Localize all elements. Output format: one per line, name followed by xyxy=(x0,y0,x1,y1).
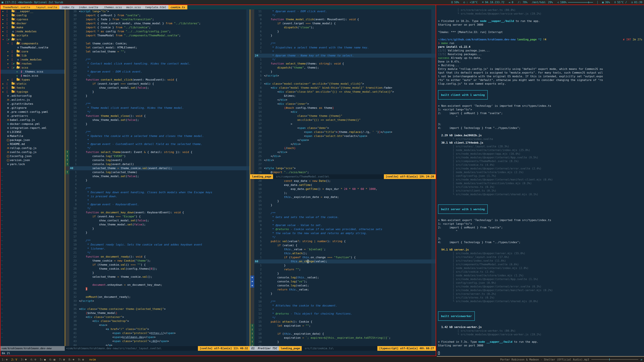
code-line[interactable]: 12 show_theme_modal.set(false); xyxy=(65,118,250,122)
chevron-right-icon[interactable]: ▸ xyxy=(2,82,6,86)
code-line[interactable]: 13 {#each config.themes as theme} xyxy=(250,106,436,110)
code-line[interactable]: 10 */ xyxy=(65,206,250,211)
code-line[interactable]: 9 * @param value - Value to set. xyxy=(250,223,436,227)
code-line[interactable]: +4 console.log(this._value); xyxy=(250,276,436,280)
terminal-pane[interactable]: │ src/core/service-worker.ts (80.8%) └ s… xyxy=(437,5,644,357)
buffer-tab-index.svelte[interactable]: index.svelte xyxy=(77,6,100,9)
buffer-tab-cookie.ts[interactable]: cookie.ts xyxy=(168,6,187,9)
editor-pane-layout-svelte[interactable]: 39<script lang="ts"> 38 import { onMount… xyxy=(65,9,250,346)
code-line[interactable]: 8 if (event.target === theme_modal) { xyxy=(250,21,436,25)
tree-item-README.md[interactable]: ↓README.md xyxy=(0,142,65,146)
buffer-tab-_layout.svelte[interactable]: _layout.svelte xyxy=(32,6,59,9)
code-line[interactable]: 10 &times; xyxy=(250,94,436,98)
tmux-window-notes[interactable]: 6:▤ xyxy=(50,358,55,361)
code-line[interactable]: 9 /** xyxy=(65,130,250,134)
code-line[interactable]: 28 xyxy=(65,54,250,58)
code-line[interactable]: 18 exp_date.getTime() + days_dur * 24 * … xyxy=(250,187,436,191)
chevron-right-icon[interactable]: ▸ xyxy=(2,33,6,37)
code-line[interactable]: 39<script lang="ts"> xyxy=(65,9,250,13)
tree-item-make[interactable]: ▸[ ]make xyxy=(0,25,65,29)
tree-item-.prettierrc[interactable]: ≡.prettierrc xyxy=(0,114,65,118)
chevron-right-icon[interactable]: ▸ xyxy=(2,9,6,13)
tmux-window-voice[interactable]: 4:☺ xyxy=(30,358,36,361)
code-line[interactable]: 26 * Contact modal click event handling.… xyxy=(65,62,250,66)
code-line[interactable]: 9 <div class="close-btn" on:click="{() =… xyxy=(250,90,436,94)
chevron-down-icon[interactable]: ▾ xyxy=(7,41,11,45)
code-line[interactable]: 29 document.onkeydown = on_document_key_… xyxy=(65,283,250,287)
code-line[interactable]: 31 let theme_cookie: Cookie; xyxy=(65,41,250,45)
code-line[interactable]: 29 let selected_theme = ""; xyxy=(65,50,250,54)
code-line[interactable]: 5 public val(value?: string | number): s… xyxy=(250,239,436,243)
code-line[interactable]: 11 function on_document_key_down(event: … xyxy=(65,211,250,215)
tree-item-lib[interactable]: ▸[ ]lib xyxy=(0,54,65,58)
code-line[interactable]: 12 if (event.key === "Escape") { xyxy=(65,215,250,219)
tree-item-yarn.lock[interactable]: ≡yarn.lock xyxy=(0,162,65,166)
chevron-right-icon[interactable]: ▸ xyxy=(7,58,11,62)
code-line[interactable]: 20 <span class="select-btn">select</span… xyxy=(250,134,436,138)
code-line[interactable]: 42 <span>kruhlmann.dev</span> xyxy=(65,335,250,339)
code-line[interactable]: 37 import { fade } from "svelte/transiti… xyxy=(65,17,250,21)
tree-item-src[interactable]: ▾[✗ ]src xyxy=(0,37,65,41)
code-line[interactable]: 9 function theme_modal_click(event: Mous… xyxy=(250,17,436,21)
code-line[interactable]: 4 } xyxy=(250,70,436,74)
code-line[interactable]: 3 /** xyxy=(250,41,436,45)
code-line[interactable]: !19 expiration = `; expires=${this._expi… xyxy=(250,336,436,340)
code-line[interactable]: 32 onMount(on_document_ready); xyxy=(65,295,250,299)
tree-item-tests[interactable]: ▸[ ]tests xyxy=(0,86,65,90)
code-line[interactable]: 1 if (typeof this.on_change === "functio… xyxy=(250,255,436,259)
code-line[interactable]: 19 exp_date.setTime( xyxy=(250,183,436,187)
code-line[interactable]: 13 function theme_modal_close(): void { xyxy=(65,114,250,118)
code-line[interactable]: 31 xyxy=(65,291,250,295)
tree-item-scss[interactable]: ▾[✗ ]scss xyxy=(0,66,65,70)
code-line[interactable]: 6 } xyxy=(250,29,436,33)
chevron-right-icon[interactable]: ▸ xyxy=(2,86,6,90)
code-line[interactable]: 4 if (value) { xyxy=(250,243,436,247)
code-line[interactable]: 21 </span> xyxy=(250,138,436,142)
code-line[interactable]: 20 show_contact_modal.set(false); xyxy=(65,86,250,90)
code-line[interactable]: 22 function on_document_ready(): void { xyxy=(65,255,250,259)
code-line[interactable]: 38 <div class="backdrop"> xyxy=(65,319,250,323)
code-line[interactable]: 2 * Dispatches a select theme event with… xyxy=(250,45,436,50)
tree-item-package.json[interactable]: {}package.json xyxy=(0,138,65,142)
tree-item-.eslintrc.js[interactable]: JS.eslintrc.js xyxy=(0,98,65,102)
code-line[interactable]: !3 console.log("EVENT") xyxy=(65,154,250,158)
tree-item-docker[interactable]: ▸[ ]docker xyxy=(0,21,65,25)
code-line[interactable]: 13 show_contact_modal.set(false); xyxy=(65,219,250,223)
tree-item-rollup.config.js[interactable]: JSrollup.config.js xyxy=(0,146,65,150)
neovim-pane[interactable]: ThemeModal.svelte_layout.svelteindex.tsi… xyxy=(0,5,436,356)
tree-item-typings[interactable]: ▸[ ]typings xyxy=(0,90,65,94)
code-line[interactable]: 40 selected_theme = theme_cookie.val(eve… xyxy=(65,166,250,170)
code-line[interactable]: 7 dispatch("close"); xyxy=(250,25,436,29)
tree-item-.editorconfig[interactable]: ≡.editorconfig xyxy=(0,94,65,98)
code-line[interactable]: 34 xyxy=(65,303,250,307)
code-line[interactable]: 5</script> xyxy=(250,74,436,78)
code-line[interactable]: 8 * @returns - Cookie value if no value … xyxy=(250,227,436,231)
code-line[interactable]: 3 } xyxy=(250,272,436,276)
code-line[interactable]: 6 xyxy=(250,78,436,82)
code-line[interactable]: 5 /** xyxy=(65,186,250,190)
code-line[interactable]: !2 console.log(event) xyxy=(65,158,250,162)
code-line[interactable]: 17 xyxy=(65,235,250,239)
code-line[interactable]: 1 * xyxy=(250,50,436,54)
code-line[interactable]: 30 let contact_modal: HTMLElement; xyxy=(65,45,250,50)
tree-item-tsconfig.json[interactable]: {}tsconfig.json xyxy=(0,154,65,158)
code-line[interactable]: 26 } xyxy=(65,271,250,275)
tree-item-version.json[interactable]: {}version.json xyxy=(0,158,65,162)
volume-slider[interactable] xyxy=(568,2,593,2)
code-line[interactable]: !16 let expiration = ""; xyxy=(250,324,436,328)
tmux-window-settings[interactable]: 9:⚙ xyxy=(78,358,84,361)
code-line[interactable]: 24 * @param event - DOM click event. xyxy=(65,70,250,74)
code-line[interactable]: !1 console.log(selected_theme) xyxy=(65,170,250,174)
code-line[interactable]: 44 </a> xyxy=(65,343,250,346)
chevron-right-icon[interactable]: ▸ xyxy=(2,29,6,33)
code-line[interactable]: 36 import { show_contact_modal, show_the… xyxy=(65,21,250,25)
code-line[interactable]: 19 * Document ready logic. Sets the cook… xyxy=(65,243,250,247)
code-line[interactable]: +6 console.log(value); xyxy=(250,284,436,288)
code-line[interactable]: 17 > xyxy=(250,122,436,126)
code-line[interactable]: 3 } xyxy=(65,178,250,182)
code-line[interactable]: 10 */ xyxy=(250,13,436,17)
code-line[interactable]: 16 on:click="{() => select_theme(theme)}… xyxy=(250,118,436,122)
code-line[interactable]: 5 */ xyxy=(65,146,250,150)
tmux-window-windows[interactable]: 7:⊞ xyxy=(59,358,65,361)
chevron-right-icon[interactable]: ▸ xyxy=(2,21,6,25)
